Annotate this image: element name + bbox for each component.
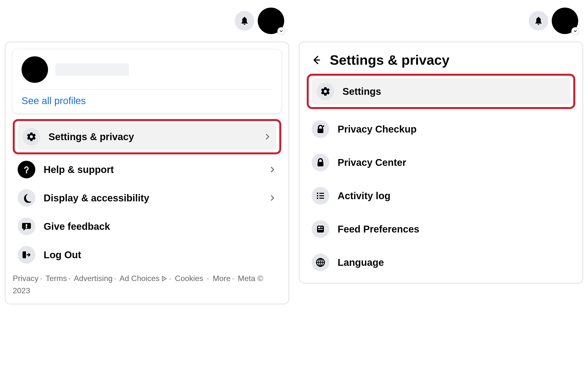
topbar bbox=[299, 5, 583, 39]
menu-item-feed-preferences[interactable]: Feed Preferences bbox=[307, 216, 575, 242]
account-menu-list: Settings & privacy Help & support Displa… bbox=[13, 119, 281, 268]
globe-icon bbox=[312, 254, 329, 271]
menu-item-label: Privacy Center bbox=[338, 157, 570, 168]
account-avatar-button[interactable] bbox=[258, 8, 284, 34]
menu-item-privacy-checkup[interactable]: Privacy Checkup bbox=[307, 116, 575, 142]
menu-item-display-accessibility[interactable]: Display & accessibility bbox=[13, 185, 281, 211]
menu-item-language[interactable]: Language bbox=[307, 249, 575, 276]
topbar bbox=[5, 5, 289, 39]
lock-heart-icon bbox=[312, 120, 329, 138]
list-icon bbox=[312, 187, 329, 204]
footer-link-ad-choices[interactable]: Ad Choices bbox=[120, 274, 160, 283]
profile-card: See all profiles bbox=[13, 50, 281, 113]
account-menu-card: See all profiles Settings & privacy Help… bbox=[5, 42, 289, 304]
highlight-box: Settings & privacy bbox=[13, 119, 281, 154]
gear-icon bbox=[22, 128, 40, 146]
menu-item-settings[interactable]: Settings bbox=[312, 78, 570, 104]
account-avatar-button[interactable] bbox=[552, 8, 578, 34]
menu-item-label: Display & accessibility bbox=[44, 192, 261, 204]
menu-item-privacy-center[interactable]: Privacy Center bbox=[307, 149, 575, 176]
feed-icon bbox=[312, 220, 329, 238]
menu-item-log-out[interactable]: Log Out bbox=[13, 242, 281, 268]
menu-item-label: Privacy Checkup bbox=[338, 124, 570, 135]
gear-icon bbox=[316, 82, 334, 100]
menu-item-label: Settings bbox=[342, 86, 566, 97]
bell-icon bbox=[533, 16, 544, 26]
menu-item-label: Log Out bbox=[44, 250, 276, 260]
bell-icon bbox=[239, 16, 250, 26]
menu-item-label: Settings & privacy bbox=[48, 131, 256, 142]
divider bbox=[22, 89, 272, 90]
settings-privacy-pane: Settings & privacy Settings Privacy Chec… bbox=[299, 5, 583, 387]
footer-link-advertising[interactable]: Advertising bbox=[74, 274, 112, 283]
highlight-box: Settings bbox=[307, 74, 575, 109]
settings-privacy-card: Settings & privacy Settings Privacy Chec… bbox=[299, 42, 583, 284]
footer-link-cookies[interactable]: Cookies bbox=[175, 274, 203, 283]
menu-item-label: Give feedback bbox=[44, 221, 276, 232]
chevron-right-icon bbox=[269, 166, 276, 173]
menu-item-settings-privacy[interactable]: Settings & privacy bbox=[18, 124, 276, 150]
account-menu-pane: See all profiles Settings & privacy Help… bbox=[5, 5, 289, 387]
menu-item-help-support[interactable]: Help & support bbox=[13, 156, 281, 183]
see-all-profiles-link[interactable]: See all profiles bbox=[22, 94, 272, 107]
moon-icon bbox=[18, 189, 35, 207]
feedback-icon bbox=[18, 218, 35, 235]
menu-item-activity-log[interactable]: Activity log bbox=[307, 182, 575, 209]
chevron-down-icon bbox=[277, 27, 285, 35]
profile-name-placeholder bbox=[55, 64, 129, 76]
notifications-button[interactable] bbox=[235, 11, 254, 30]
ad-choices-icon bbox=[162, 273, 168, 285]
question-icon bbox=[18, 161, 35, 178]
panel-title: Settings & privacy bbox=[330, 52, 450, 68]
footer-link-more[interactable]: More bbox=[213, 274, 230, 283]
logout-icon bbox=[18, 246, 35, 264]
chevron-right-icon bbox=[264, 133, 272, 140]
footer-link-terms[interactable]: Terms bbox=[46, 274, 67, 283]
panel-header: Settings & privacy bbox=[307, 50, 575, 74]
menu-item-label: Activity log bbox=[338, 190, 570, 202]
lock-icon bbox=[312, 154, 329, 171]
profile-row[interactable] bbox=[22, 56, 272, 89]
avatar-icon bbox=[22, 56, 48, 83]
back-button[interactable] bbox=[311, 54, 323, 66]
footer-link-privacy[interactable]: Privacy bbox=[13, 274, 38, 283]
notifications-button[interactable] bbox=[529, 11, 548, 30]
chevron-right-icon bbox=[269, 194, 276, 202]
menu-item-label: Language bbox=[338, 257, 570, 268]
footer-links: Privacy· Terms· Advertising· Ad Choices … bbox=[13, 268, 281, 296]
settings-menu-list: Settings Privacy Checkup Privacy Center bbox=[307, 74, 575, 276]
chevron-down-icon bbox=[571, 27, 579, 35]
menu-item-label: Feed Preferences bbox=[338, 224, 570, 235]
back-arrow-icon bbox=[312, 55, 322, 66]
menu-item-give-feedback[interactable]: Give feedback bbox=[13, 213, 281, 240]
menu-item-label: Help & support bbox=[44, 164, 261, 175]
